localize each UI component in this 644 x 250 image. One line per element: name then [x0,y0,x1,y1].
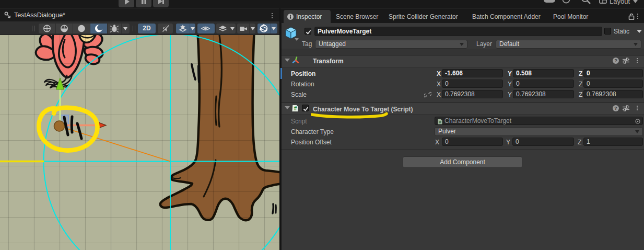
svg-text:#: # [439,120,441,124]
svg-text:?: ? [614,106,617,111]
svg-text:Layout: Layout [610,0,630,5]
svg-text:#: # [294,106,297,111]
svg-text:?: ? [614,58,617,63]
